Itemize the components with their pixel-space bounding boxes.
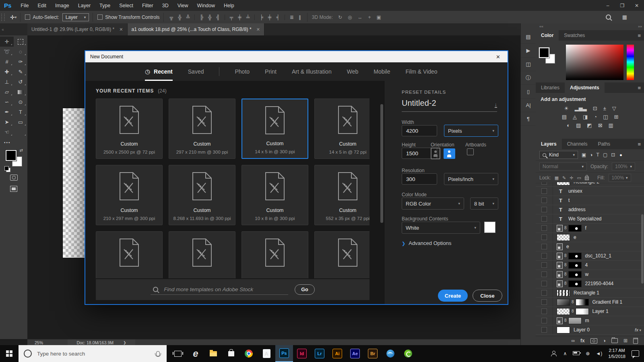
- panel-menu-icon[interactable]: ≡: [634, 30, 644, 41]
- device-preview-panel-icon[interactable]: ▯: [521, 85, 536, 99]
- people-icon[interactable]: [551, 351, 557, 357]
- move-tool[interactable]: ✛: [0, 37, 14, 47]
- taskbar-search-input[interactable]: [36, 350, 152, 357]
- bit-depth-dropdown[interactable]: 8 bit▾: [470, 197, 498, 210]
- visibility-toggle[interactable]: [536, 316, 553, 325]
- lightroom-icon[interactable]: Lr: [311, 345, 328, 362]
- preset-card[interactable]: Custom 552 x 35 px @ 72 ppi: [314, 165, 369, 225]
- after-effects-icon[interactable]: Ae: [346, 345, 364, 362]
- visibility-toggle[interactable]: [536, 288, 553, 297]
- document-name-field[interactable]: Untitled-2 ↓: [402, 99, 497, 112]
- menu-item[interactable]: Filter: [138, 3, 158, 8]
- taskbar-clock[interactable]: 2:17 AM 1/5/2018: [608, 348, 625, 360]
- stock-search-input[interactable]: [163, 286, 286, 293]
- path-selection-tool[interactable]: ➤: [0, 117, 14, 127]
- info-panel-icon[interactable]: ⓘ: [521, 71, 536, 85]
- layer-row[interactable]: 8 T f: [536, 224, 644, 233]
- fill-field[interactable]: 100%▾: [609, 174, 631, 182]
- illustrator-icon[interactable]: Ai: [328, 345, 346, 362]
- quick-mask-icon[interactable]: [10, 175, 18, 181]
- history-panel-icon[interactable]: ▤: [521, 30, 536, 44]
- blend-mode-dropdown[interactable]: Normal▾: [539, 162, 587, 171]
- restore-icon[interactable]: ❐: [615, 3, 630, 8]
- workspace-selector-icon[interactable]: ▦: [622, 14, 627, 20]
- visibility-toggle[interactable]: [536, 205, 553, 214]
- zoom-level-field[interactable]: 25%: [27, 340, 68, 345]
- tab-close-icon[interactable]: ✕: [119, 27, 123, 32]
- document-app-icon[interactable]: A: [258, 345, 275, 362]
- preset-card[interactable]: Custom 14 x 5 in @ 300 ppi: [242, 99, 308, 159]
- menu-item[interactable]: View: [173, 3, 193, 8]
- paragraph-panel-icon[interactable]: ¶: [521, 112, 536, 126]
- gradient-tool[interactable]: [14, 87, 27, 97]
- foreground-background-swatches[interactable]: ⇄: [4, 149, 23, 167]
- orientation-landscape-icon[interactable]: [444, 148, 455, 159]
- type-tool[interactable]: T: [14, 107, 27, 117]
- 3d-scale-icon[interactable]: ▣: [374, 14, 384, 20]
- background-contents-dropdown[interactable]: White▾: [402, 222, 480, 234]
- hidden-icons-chevron[interactable]: ∧: [563, 351, 567, 356]
- dialog-tab[interactable]: ◷ Film & Video: [406, 62, 438, 81]
- distribute-horizontal-space-icon[interactable]: ∥: [296, 14, 303, 20]
- taskbar-search[interactable]: [19, 345, 167, 362]
- black-white-icon[interactable]: ◨: [583, 114, 588, 120]
- artboards-checkbox[interactable]: [467, 148, 474, 155]
- panel-tab[interactable]: Libraries: [536, 82, 565, 93]
- menu-item[interactable]: Layer: [74, 3, 95, 8]
- preset-card[interactable]: Custom 8.268 x 11.693 in @ 300 ppi: [169, 165, 235, 225]
- levels-icon[interactable]: ▂▅▃: [575, 105, 587, 111]
- resolution-input[interactable]: 300: [402, 173, 437, 185]
- lock-position-icon[interactable]: ✛: [570, 175, 573, 181]
- 3d-slide-icon[interactable]: +: [365, 14, 374, 20]
- options-bar-grip[interactable]: [1, 14, 5, 21]
- exposure-icon[interactable]: ±: [603, 105, 606, 111]
- 3d-roll-icon[interactable]: ◎: [345, 14, 355, 20]
- invert-icon[interactable]: ◐: [567, 122, 570, 128]
- panel-tab[interactable]: Paths: [592, 139, 615, 149]
- dialog-tab[interactable]: ◷ Web: [347, 62, 359, 81]
- visibility-toggle[interactable]: [536, 182, 553, 186]
- preset-card[interactable]: Custom 14 x 5 in @ 72 ppi: [314, 99, 369, 159]
- microsoft-store-icon[interactable]: [222, 345, 240, 362]
- align-bottom-edges-icon[interactable]: ╩: [184, 14, 192, 20]
- preset-card[interactable]: [169, 231, 235, 278]
- threshold-icon[interactable]: ◩: [587, 122, 592, 128]
- auto-select-target-dropdown[interactable]: Layer ▾: [62, 13, 89, 21]
- curves-icon[interactable]: ⊡: [593, 105, 597, 111]
- menu-item[interactable]: Help: [219, 3, 239, 8]
- close-icon[interactable]: ✕: [630, 3, 644, 8]
- lock-transparency-icon[interactable]: ▦: [555, 175, 559, 181]
- document-canvas-transparent[interactable]: [62, 108, 87, 258]
- visibility-toggle[interactable]: [536, 307, 553, 316]
- document-tab[interactable]: Untitled-1 @ 29.9% (Layer 0, RGB/8) * ✕: [27, 23, 128, 35]
- brush-tool[interactable]: ✎: [14, 67, 27, 77]
- layer-row[interactable]: 8 T Layer 1: [536, 307, 644, 316]
- channel-mixer-icon[interactable]: ◫: [603, 114, 608, 120]
- layer-row[interactable]: 8 T Gradient Fill 1: [536, 298, 644, 307]
- action-center-icon[interactable]: [632, 350, 639, 357]
- distribute-left-edges-icon[interactable]: ╞: [254, 14, 266, 20]
- layer-group-icon[interactable]: [611, 338, 618, 343]
- width-input[interactable]: 4200: [402, 125, 437, 136]
- collapse-icon[interactable]: «: [0, 23, 6, 35]
- layer-row[interactable]: 8 T w: [536, 270, 644, 279]
- menu-item[interactable]: Type: [95, 3, 115, 8]
- filter-pixel-layers-icon[interactable]: ▣: [582, 152, 586, 158]
- filter-smart-objects-icon[interactable]: ⊡: [611, 152, 615, 158]
- document-tab[interactable]: a1 outlook 18.psd @ 25% (...a Touch of C…: [128, 23, 264, 35]
- dialog-tab[interactable]: ◷ Print: [265, 62, 277, 81]
- pen-tool[interactable]: ✒: [0, 107, 14, 117]
- opacity-field[interactable]: 100%▾: [612, 162, 635, 171]
- distribute-horizontal-centers-icon[interactable]: ╪: [266, 14, 274, 20]
- visibility-toggle[interactable]: [536, 298, 553, 306]
- lock-artboard-icon[interactable]: ▭: [577, 175, 581, 181]
- align-right-edges-icon[interactable]: ╣: [214, 14, 222, 20]
- layer-row[interactable]: 8 T We Specialized: [536, 214, 644, 224]
- filter-pin-icon[interactable]: ●: [619, 152, 622, 157]
- color-mode-dropdown[interactable]: RGB Color▾: [402, 197, 464, 210]
- visibility-toggle[interactable]: [536, 233, 553, 242]
- rectangle-tool[interactable]: ▭: [14, 117, 27, 127]
- bridge-icon[interactable]: Br: [364, 345, 382, 362]
- align-vertical-centers-icon[interactable]: ╬: [175, 14, 184, 20]
- eyedropper-tool[interactable]: ✑: [14, 57, 27, 67]
